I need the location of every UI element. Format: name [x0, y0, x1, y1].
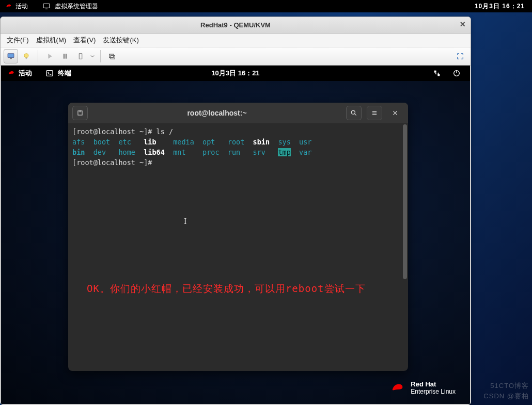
guest-time: 10月3日 16：21 [211, 69, 259, 78]
svg-rect-8 [79, 54, 82, 59]
menu-button[interactable] [367, 106, 382, 120]
toolbar-separator-2 [100, 50, 101, 62]
watermark: CSDN @赛柏 [483, 392, 529, 401]
terminal-scrollbar[interactable] [403, 124, 407, 370]
guest-activities-label: 活动 [19, 69, 32, 78]
terminal-ls-row2: bin dev home lib64 mnt proc run srv tmp … [72, 147, 404, 157]
fullscreen-button[interactable] [453, 49, 467, 63]
menu-view[interactable]: 查看(V) [71, 35, 98, 46]
brand-line1: Red Hat [411, 381, 456, 388]
play-icon [45, 52, 54, 60]
console-button[interactable] [4, 49, 18, 63]
svg-point-4 [24, 54, 28, 58]
terminal-body[interactable]: [root@localhost ~]# ls / afs boot etc li… [68, 123, 408, 371]
run-button[interactable] [42, 49, 57, 63]
pause-icon [61, 52, 69, 60]
chevron-down-icon [89, 52, 96, 60]
svg-line-20 [355, 114, 356, 116]
svg-rect-12 [434, 71, 436, 73]
search-icon [350, 109, 357, 117]
terminal-window: root@localhost:~ [root@localhost ~]# ls … [68, 103, 408, 371]
guest-activities[interactable]: 活动 [1, 69, 38, 78]
host-topbar: 活动 虚拟系统管理器 10月3日 16：21 [0, 0, 532, 12]
redhat-brand: Red Hat Enterprise Linux [390, 380, 456, 396]
svg-rect-0 [43, 4, 50, 8]
snapshot-button[interactable] [105, 49, 119, 63]
terminal-ls-row1: afs boot etc lib media opt root sbin sys… [72, 137, 404, 147]
svg-point-19 [351, 110, 355, 114]
svg-rect-2 [8, 54, 14, 58]
close-terminal-button[interactable] [387, 106, 403, 120]
menu-file[interactable]: 文件(F) [5, 35, 31, 46]
vm-close-button[interactable]: × [460, 19, 465, 30]
svg-rect-3 [10, 58, 12, 59]
shutdown-menu-button[interactable] [89, 49, 96, 63]
svg-rect-7 [66, 54, 67, 58]
pause-button[interactable] [58, 49, 72, 63]
toolbar-separator [38, 50, 38, 62]
vm-toolbar [1, 47, 471, 66]
redhat-icon [5, 3, 12, 10]
svg-rect-5 [26, 58, 27, 59]
scrollbar-thumb[interactable] [403, 124, 407, 279]
guest-status-area[interactable] [433, 69, 470, 77]
newtab-icon [76, 109, 84, 117]
terminal-line-prompt2: [root@localhost ~]# [72, 157, 404, 168]
svg-rect-1 [45, 9, 48, 9]
monitor-icon [7, 52, 15, 60]
terminal-header[interactable]: root@localhost:~ [68, 103, 408, 123]
lightbulb-icon [22, 52, 30, 60]
device-icon [76, 52, 85, 60]
hamburger-icon [371, 109, 378, 117]
vm-menubar: 文件(F) 虚拟机(M) 查看(V) 发送按键(K) [1, 34, 471, 47]
vm-window: RedHat9 - QEMU/KVM × 文件(F) 虚拟机(M) 查看(V) … [0, 17, 471, 405]
menu-sendkeys[interactable]: 发送按键(K) [101, 35, 140, 46]
search-button[interactable] [346, 106, 362, 120]
network-icon [433, 69, 441, 77]
svg-rect-11 [46, 71, 53, 76]
host-app-vmm[interactable]: 虚拟系统管理器 [42, 2, 98, 11]
watermark2: 51CTO博客 [490, 381, 529, 391]
host-time: 10月3日 16：21 [467, 2, 532, 11]
guest-app-label: 终端 [58, 69, 71, 78]
host-app-label: 虚拟系统管理器 [55, 2, 98, 11]
guest-topbar: 活动 终端 10月3日 16：21 [1, 66, 470, 81]
new-tab-button[interactable] [72, 106, 88, 120]
terminal-line-prompt1: [root@localhost ~]# ls / [72, 126, 404, 137]
vmm-icon [42, 2, 51, 10]
power-icon [452, 69, 461, 77]
host-activities-label: 活动 [15, 2, 28, 11]
redhat-icon [7, 69, 15, 77]
fullscreen-icon [456, 52, 464, 60]
vm-titlebar[interactable]: RedHat9 - QEMU/KVM × [1, 17, 471, 34]
text-cursor-icon: I [184, 216, 186, 226]
close-icon [392, 109, 399, 117]
guest-desktop[interactable]: 活动 终端 10月3日 16：21 root@localhost:~ [1, 66, 470, 404]
guest-app-terminal[interactable]: 终端 [45, 69, 71, 78]
vm-title: RedHat9 - QEMU/KVM [200, 21, 271, 29]
annotation-text: OK。你们的小红帽，已经安装成功，可以用reboot尝试一下 [87, 283, 366, 294]
snapshot-icon [108, 52, 116, 60]
host-activities[interactable]: 活动 [0, 2, 33, 11]
menu-vm[interactable]: 虚拟机(M) [34, 35, 69, 46]
svg-rect-6 [64, 54, 65, 58]
redhat-logo-icon [390, 380, 405, 396]
terminal-icon [45, 69, 54, 77]
brand-line2: Enterprise Linux [411, 388, 456, 395]
shutdown-button[interactable] [73, 49, 88, 63]
info-button[interactable] [19, 49, 34, 63]
terminal-title: root@localhost:~ [88, 109, 346, 117]
